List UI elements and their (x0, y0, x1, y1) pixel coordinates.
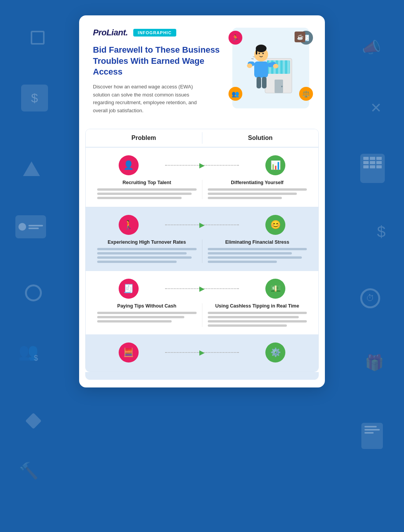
table-row-4: 🧮 ▶ ⚙️ (86, 334, 318, 372)
row3-problem-lines (97, 312, 197, 323)
header-section: ProLiant. INFOGRAPHIC Bid Farewell to Th… (79, 15, 325, 123)
svg-text:~: ~ (253, 55, 255, 59)
table-row-2: 🚶 ▶ 😊 Experiencing High Turnover Rates (86, 207, 318, 271)
table-row-1: 👤 ▶ 📊 Recruiting Top Talent (86, 147, 318, 207)
row2-icons: 🚶 ▶ 😊 (92, 215, 312, 235)
row2-problem-title: Experiencing High Turnover Rates (108, 239, 186, 245)
logo-row: ProLiant. INFOGRAPHIC (93, 28, 223, 38)
row2-solution-lines (208, 248, 307, 263)
row1-problem-lines (97, 188, 197, 199)
main-card: ProLiant. INFOGRAPHIC Bid Farewell to Th… (79, 15, 325, 387)
problem-solution-table: Problem Solution 👤 ▶ 📊 (85, 129, 319, 372)
card-bottom-padding (79, 380, 325, 387)
row3-solution-title: Using Cashless Tipping in Real Time (215, 303, 299, 309)
header-illustration: 🏃 🧾 👥 ⚖️ (230, 28, 311, 108)
row3-content: Paying Tips Without Cash Using Cashless … (92, 303, 312, 327)
row2-problem-lines (97, 248, 197, 263)
row1-problem-title: Recruiting Top Talent (123, 180, 171, 185)
svg-point-7 (256, 45, 267, 52)
page-title: Bid Farewell to These Business Troubles … (93, 45, 223, 78)
row1-problem-icon: 👤 (119, 155, 139, 175)
row1-content: Recruiting Top Talent Differentiating Yo… (92, 180, 312, 199)
table-row-3: 🧾 ▶ 💵 Paying Tips Without Cash (86, 271, 318, 334)
row3-problem-icon: 🧾 (119, 279, 139, 299)
svg-point-9 (258, 53, 260, 54)
row4-problem-icon: 🧮 (119, 342, 139, 362)
svg-point-15 (273, 64, 278, 68)
svg-rect-16 (257, 77, 261, 88)
row3-problem-title: Paying Tips Without Cash (117, 303, 176, 309)
row2-solution-icon: 😊 (265, 215, 285, 235)
logo: ProLiant. (93, 28, 128, 38)
badge-runner: 🏃 (228, 31, 242, 45)
bottom-spacer (85, 372, 319, 380)
illustration-background: 🏃 🧾 👥 ⚖️ (232, 28, 309, 108)
row1-icons: 👤 ▶ 📊 (92, 155, 312, 175)
solution-column-header: Solution (202, 129, 319, 147)
row1-solution-lines (208, 188, 307, 199)
row2-content: Experiencing High Turnover Rates Elimina… (92, 239, 312, 263)
row2-solution-title: Eliminating Financial Stress (225, 239, 289, 245)
infographic-badge: INFOGRAPHIC (133, 29, 176, 37)
svg-point-10 (262, 53, 264, 54)
row4-icons: 🧮 ▶ ⚙️ (92, 342, 312, 362)
row3-solution-lines (208, 312, 307, 327)
svg-rect-17 (262, 77, 267, 88)
svg-rect-11 (254, 62, 268, 78)
table-header: Problem Solution (86, 129, 318, 147)
badge-people: 👥 (228, 87, 242, 101)
problem-column-header: Problem (86, 129, 202, 147)
row1-solution-icon: 📊 (265, 155, 285, 175)
row3-icons: 🧾 ▶ 💵 (92, 279, 312, 299)
svg-point-5 (281, 86, 283, 87)
row2-problem-icon: 🚶 (119, 215, 139, 235)
svg-rect-8 (256, 49, 257, 55)
person-illustration: ~ ~ (246, 35, 296, 101)
page-description: Discover how an earned wage access (EWA)… (93, 83, 200, 115)
row1-solution-title: Differentiating Yourself (231, 180, 283, 185)
badge-scale: ⚖️ (299, 87, 313, 101)
header-left: ProLiant. INFOGRAPHIC Bid Farewell to Th… (93, 28, 223, 115)
row3-solution-icon: 💵 (265, 279, 285, 299)
svg-point-14 (247, 63, 252, 68)
row4-solution-icon: ⚙️ (265, 342, 285, 362)
